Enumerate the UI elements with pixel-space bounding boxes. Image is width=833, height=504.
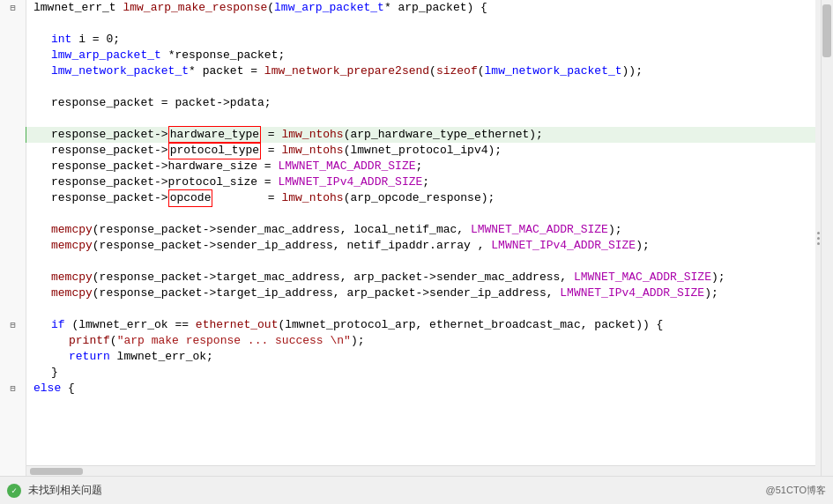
scrollbar-thumb-vertical[interactable] <box>822 4 831 57</box>
code-text: ); <box>711 270 725 285</box>
resize-dot <box>817 242 820 245</box>
code-text: return <box>69 349 110 365</box>
code-line-4: lmw_arp_packet_t *response_packet; <box>26 48 833 63</box>
code-text: sizeof <box>436 63 478 79</box>
code-area: lmwnet_err_t lmw_arp_make_response(lmw_a… <box>26 0 833 504</box>
code-text: ); <box>351 333 365 349</box>
code-line-7: response_packet = packet->pdata; <box>26 95 833 111</box>
code-text: LMWNET_MAC_ADDR_SIZE <box>278 159 415 174</box>
code-line-15: memcpy(response_packet->sender_mac_addre… <box>26 222 833 238</box>
code-line-3: int i = 0; <box>26 32 833 48</box>
code-text: * arp_packet) { <box>384 0 487 16</box>
code-text: (lmwnet_protocol_arp, ethernet_broadcast… <box>278 317 663 333</box>
status-bar: ✓ 未找到相关问题 @51CTO博客 <box>0 476 833 504</box>
code-text: i = 0; <box>71 32 120 48</box>
code-text: (response_packet->sender_mac_address, lo… <box>93 222 471 238</box>
code-text: response_packet-> <box>51 143 168 159</box>
resize-dot <box>817 237 820 240</box>
code-line-8 <box>26 111 833 127</box>
code-text: = <box>261 143 281 159</box>
code-text: lmw_arp_make_response <box>123 0 267 16</box>
code-text: response_packet = packet->pdata; <box>51 95 271 111</box>
code-text: lmw_ntohs <box>281 190 343 206</box>
code-line-9: response_packet->hardware_type = lmw_nto… <box>26 127 833 143</box>
code-text: "arp make response ... success \n" <box>117 333 351 349</box>
code-line-5: lmw_network_packet_t* packet = lmw_netwo… <box>26 63 833 79</box>
code-line-20 <box>26 301 833 317</box>
code-text: printf <box>69 333 110 349</box>
code-line-19: memcpy(response_packet->target_ip_addres… <box>26 285 833 301</box>
code-line-22: printf("arp make response ... success \n… <box>26 333 833 349</box>
gutter-collapse-21[interactable]: ⊟ <box>0 317 26 333</box>
code-text: memcpy <box>51 270 93 285</box>
code-text: response_packet-> <box>51 127 168 143</box>
code-text: )); <box>622 63 643 79</box>
code-text: = <box>261 127 281 143</box>
code-text: if <box>51 317 65 333</box>
code-text: lmw_network_prepare2send <box>264 63 429 79</box>
code-text: ethernet_out <box>196 317 279 333</box>
code-lines: lmwnet_err_t lmw_arp_make_response(lmw_a… <box>26 0 833 397</box>
field-opcode: opcode <box>168 189 213 207</box>
code-text: LMWNET_IPv4_ADDR_SIZE <box>560 285 704 301</box>
code-line-18: memcpy(response_packet->target_mac_addre… <box>26 270 833 285</box>
code-text: LMWNET_MAC_ADDR_SIZE <box>574 270 711 285</box>
code-text: LMWNET_MAC_ADDR_SIZE <box>471 222 608 238</box>
code-text: ( <box>267 0 274 16</box>
code-text: LMWNET_IPv4_ADDR_SIZE <box>278 174 422 190</box>
code-line-17 <box>26 254 833 270</box>
code-text: memcpy <box>51 222 93 238</box>
code-text: (response_packet->target_mac_address, ar… <box>93 270 574 285</box>
scrollbar-thumb-horizontal[interactable] <box>30 468 83 475</box>
code-text: } <box>51 365 58 381</box>
code-line-23: return lmwnet_err_ok; <box>26 349 833 365</box>
code-text: (arp_opcode_response); <box>344 190 495 206</box>
code-line-13: response_packet->opcode = lmw_ntohs(arp_… <box>26 190 833 206</box>
code-text: lmw_ntohs <box>281 127 343 143</box>
code-text: (response_packet->target_ip_address, arp… <box>93 285 561 301</box>
code-text: ( <box>110 333 117 349</box>
code-text: else <box>33 381 61 397</box>
gutter-collapse-1[interactable]: ⊟ <box>0 0 26 16</box>
code-text: * packet = <box>189 63 264 79</box>
code-text: lmwnet_err_t <box>33 0 123 16</box>
code-text: ( <box>478 63 485 79</box>
code-text: *response_packet; <box>161 48 285 63</box>
status-ok-icon: ✓ <box>7 484 21 498</box>
code-text: response_packet-> <box>51 190 168 206</box>
code-text: (response_packet->sender_ip_address, net… <box>93 238 491 254</box>
code-text: ); <box>608 222 622 238</box>
code-text: (lmwnet_protocol_ipv4); <box>344 143 502 159</box>
code-line-16: memcpy(response_packet->sender_ip_addres… <box>26 238 833 254</box>
horizontal-scrollbar[interactable] <box>26 465 815 476</box>
code-text: memcpy <box>51 285 93 301</box>
code-line-25: else { <box>26 381 833 397</box>
code-text: { <box>61 381 75 397</box>
gutter-collapse-25[interactable]: ⊟ <box>0 381 26 397</box>
code-text: response_packet->protocol_size = <box>51 174 278 190</box>
code-line-2 <box>26 16 833 32</box>
code-line-24: } <box>26 365 833 381</box>
code-line-14 <box>26 206 833 222</box>
code-text: lmw_network_packet_t <box>485 63 622 79</box>
code-line-11: response_packet->hardware_size = LMWNET_… <box>26 159 833 174</box>
code-text: int <box>51 32 71 48</box>
code-text: ); <box>636 238 650 254</box>
code-text: ( <box>429 63 436 79</box>
code-text: response_packet->hardware_size = <box>51 159 278 174</box>
gutter: ⊟ ⊟ ⊟ <box>0 0 26 504</box>
code-line-1: lmwnet_err_t lmw_arp_make_response(lmw_a… <box>26 0 833 16</box>
code-text: lmw_arp_packet_t <box>274 0 384 16</box>
code-text: lmwnet_err_ok; <box>110 349 213 365</box>
code-text: memcpy <box>51 238 93 254</box>
resize-dot <box>817 232 820 234</box>
code-line-21: if (lmwnet_err_ok == ethernet_out(lmwnet… <box>26 317 833 333</box>
code-text: (lmwnet_err_ok == <box>65 317 196 333</box>
vertical-scrollbar[interactable] <box>821 0 833 476</box>
watermark: @51CTO博客 <box>766 484 826 497</box>
code-text: ; <box>415 159 422 174</box>
code-line-12: response_packet->protocol_size = LMWNET_… <box>26 174 833 190</box>
code-text: ; <box>422 174 429 190</box>
code-text: = <box>212 190 281 206</box>
code-text: lmw_network_packet_t <box>51 63 189 79</box>
